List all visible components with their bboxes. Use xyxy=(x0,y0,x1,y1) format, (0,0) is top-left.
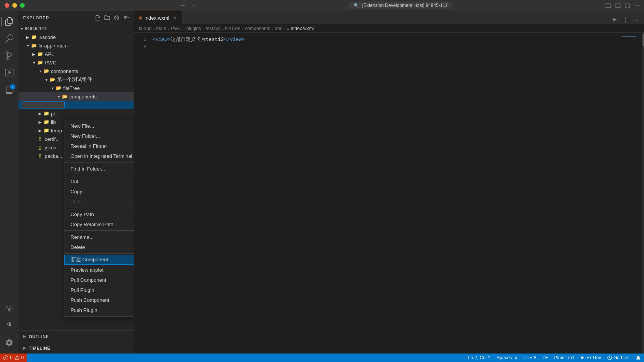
ctx-new-file[interactable]: New File... xyxy=(64,121,134,131)
ctx-open-terminal-label: Open in Integrated Terminal xyxy=(71,153,134,159)
more-actions-icon[interactable]: ··· xyxy=(634,2,639,9)
ctx-copy-path-label: Copy Path xyxy=(71,211,131,217)
titlebar-title: [Extension Development Host] 84845-112 xyxy=(362,3,448,8)
ctx-new-folder[interactable]: New Folder... xyxy=(64,131,134,141)
ctx-divider-1 xyxy=(64,162,134,162)
ctx-new-component-label: 新建 Component xyxy=(71,256,134,263)
editor-area: ⊞ index.wxml × ··· fx-app › main › PWC › xyxy=(134,11,644,354)
breadcrumb-main[interactable]: main xyxy=(156,26,166,31)
code-content[interactable]: <view>这是自定义卡片test12</view> xyxy=(150,33,621,354)
status-notification-bell[interactable] xyxy=(632,354,644,362)
activity-account[interactable] xyxy=(2,318,17,333)
ctx-cut-label: Cut xyxy=(71,179,134,184)
line-num-1: 1 xyxy=(134,36,146,43)
ctx-new-file-label: New File... xyxy=(71,123,134,129)
activity-source-control[interactable] xyxy=(2,48,17,63)
ctx-pull-plugin[interactable]: Pull Plugin xyxy=(64,285,134,295)
error-count: 0 xyxy=(10,355,13,360)
breadcrumb-abc[interactable]: abc xyxy=(275,26,282,31)
activity-remote[interactable] xyxy=(2,301,17,316)
ctx-preview-label: Preview applet xyxy=(71,267,134,273)
activity-settings[interactable] xyxy=(2,335,17,350)
ctx-find-in-folder[interactable]: Find in Folder... ⌥⇧F xyxy=(64,164,134,174)
breadcrumb-filetree[interactable]: fileTree xyxy=(225,26,240,31)
split-editor-button[interactable] xyxy=(621,15,630,24)
status-run[interactable]: Fx Dev xyxy=(577,354,604,362)
ctx-pull-comp-label: Pull Component xyxy=(71,277,134,283)
sep4: › xyxy=(202,26,204,31)
tab-label: index.wxml xyxy=(145,15,169,21)
run-action-button[interactable] xyxy=(610,15,619,24)
tab-close-button[interactable]: × xyxy=(172,15,178,21)
status-position[interactable]: Ln 2, Col 1 xyxy=(465,354,493,362)
ctx-open-terminal[interactable]: Open in Integrated Terminal xyxy=(64,151,134,161)
extensions-badge: 1 xyxy=(10,84,15,90)
ctx-find-label: Find in Folder... xyxy=(71,166,133,172)
ctx-pull-component[interactable]: Pull Component xyxy=(64,275,134,285)
layout2-icon[interactable] xyxy=(615,3,620,8)
activity-explorer[interactable] xyxy=(2,14,17,29)
tab-file-icon: ⊞ xyxy=(139,15,142,20)
ctx-reveal-finder-label: Reveal in Finder xyxy=(71,143,131,149)
layout-icon[interactable] xyxy=(605,3,611,8)
ctx-paste-label: Paste xyxy=(71,199,134,205)
ctx-copy-path[interactable]: Copy Path ⌥⌘C xyxy=(64,209,134,219)
ctx-divider-2 xyxy=(64,175,134,175)
sep6: › xyxy=(242,26,244,31)
breadcrumb-file-icon: ≡ xyxy=(287,26,289,31)
sep5: › xyxy=(222,26,224,31)
sep7: › xyxy=(272,26,273,31)
status-lf-label: LF xyxy=(543,355,548,360)
more-editor-button[interactable]: ··· xyxy=(632,15,641,24)
ctx-copy-rel-path-label: Copy Relative Path xyxy=(71,222,128,227)
activity-run-debug[interactable] xyxy=(2,65,17,80)
breadcrumb-components[interactable]: components xyxy=(245,26,270,31)
ctx-rename[interactable]: Rename... ↵ xyxy=(64,232,134,242)
ctx-copy-relative-path[interactable]: Copy Relative Path ⌥⇧⌘C xyxy=(64,219,134,229)
breadcrumb-plugins[interactable]: plugins xyxy=(186,26,201,31)
ctx-push-component[interactable]: Push Component xyxy=(64,295,134,305)
breadcrumb-file[interactable]: index.wxml xyxy=(291,26,314,31)
traffic-lights xyxy=(5,3,25,8)
ctx-copy[interactable]: Copy ⌘C xyxy=(64,186,134,196)
tab-index-wxml[interactable]: ⊞ index.wxml × xyxy=(134,11,183,24)
status-go-live[interactable]: Go Live xyxy=(604,354,632,362)
ctx-copy-label: Copy xyxy=(71,189,134,195)
breadcrumb-testava[interactable]: testava xyxy=(205,26,220,31)
activity-search[interactable] xyxy=(2,31,17,46)
maximize-button[interactable] xyxy=(20,3,25,8)
status-lang-label: Plain Text xyxy=(554,355,574,360)
status-spaces-label: Spaces: 4 xyxy=(496,355,517,360)
ctx-push-plugin-label: Push Plugin xyxy=(71,307,134,313)
warning-count: 0 xyxy=(21,355,24,360)
layout3-icon[interactable] xyxy=(625,3,630,8)
minimize-button[interactable] xyxy=(12,3,17,8)
nav-forward-button[interactable]: → xyxy=(191,2,197,9)
ctx-push-plugin[interactable]: Push Plugin xyxy=(64,305,134,315)
ctx-delete[interactable]: Delete ⌘⌫ xyxy=(64,242,134,252)
status-errors[interactable]: 0 0 xyxy=(0,354,27,362)
ctx-divider-5 xyxy=(64,253,134,254)
status-language[interactable]: Plain Text xyxy=(551,354,577,362)
ctx-reveal-finder[interactable]: Reveal in Finder ⌥⌘R xyxy=(64,141,134,151)
ctx-cut[interactable]: Cut ⌘X xyxy=(64,176,134,186)
titlebar-search[interactable]: 🔍 [Extension Development Host] 84845-112 xyxy=(349,2,452,9)
tab-actions: ··· xyxy=(610,15,644,24)
breadcrumb-fx-app[interactable]: fx-app xyxy=(139,26,151,31)
svg-point-1 xyxy=(609,357,610,359)
status-encoding[interactable]: UTF-8 xyxy=(520,354,540,362)
breadcrumb-pwc[interactable]: PWC xyxy=(171,26,182,31)
status-encoding-label: UTF-8 xyxy=(523,355,536,360)
status-right: Ln 2, Col 1 Spaces: 4 UTF-8 LF Plain Tex… xyxy=(465,354,644,362)
status-line-ending[interactable]: LF xyxy=(540,354,551,362)
context-overlay: New File... New Folder... Reveal in Find… xyxy=(18,11,134,354)
nav-back-button[interactable]: ← xyxy=(180,2,186,9)
ctx-preview-applet[interactable]: Preview applet xyxy=(64,265,134,275)
sidebar: EXPLORER ▾ 84845-112 xyxy=(18,11,134,354)
sep3: › xyxy=(183,26,185,31)
activity-extensions[interactable]: 1 xyxy=(2,82,17,97)
ctx-new-component[interactable]: 新建 Component xyxy=(64,255,134,265)
close-button[interactable] xyxy=(5,3,9,8)
status-go-live-label: Go Live xyxy=(614,355,629,360)
status-spaces[interactable]: Spaces: 4 xyxy=(493,354,520,362)
